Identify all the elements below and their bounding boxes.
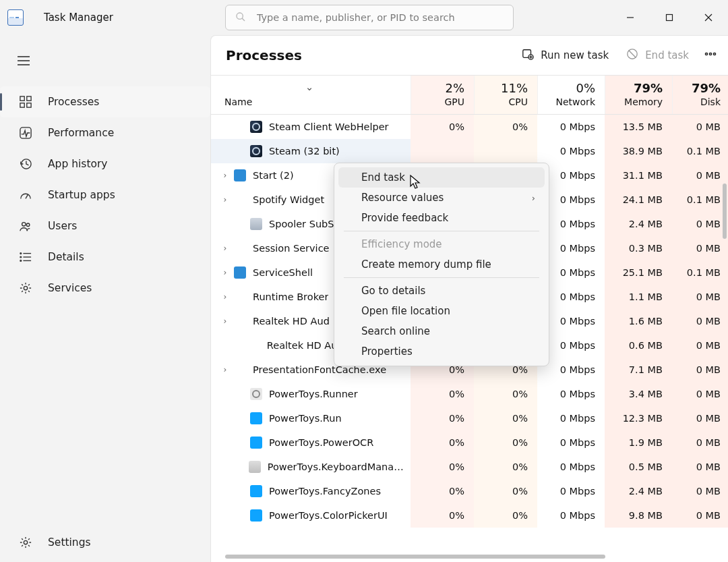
expand-icon[interactable]: › — [216, 292, 234, 302]
cell-mem: 12.3 MB — [605, 406, 672, 430]
nav-processes[interactable]: Processes — [0, 86, 210, 117]
process-name: PowerToys.Runner — [269, 389, 358, 399]
context-item[interactable]: Create memory dump file — [338, 254, 545, 275]
col-disk[interactable]: 79% Disk — [672, 76, 728, 114]
table-row[interactable]: PowerToys.KeyboardManager…0%0%0 Mbps0.5 … — [211, 455, 728, 479]
expand-icon[interactable]: › — [216, 268, 234, 277]
nav-label: Processes — [48, 96, 99, 108]
context-menu: End taskResource values›Provide feedback… — [334, 163, 549, 366]
cell-gpu: 0% — [411, 382, 474, 406]
table-row[interactable]: PowerToys.Runner0%0%0 Mbps3.4 MB0 MB — [211, 382, 728, 406]
cell-mem: 7.1 MB — [605, 358, 672, 382]
svg-rect-11 — [20, 103, 24, 107]
svg-point-22 — [20, 256, 22, 258]
cell-disk: 0 MB — [672, 479, 728, 503]
more-button[interactable] — [700, 43, 721, 67]
cell-gpu: 0% — [411, 479, 474, 503]
cell-name: PowerToys.PowerOCR — [211, 430, 411, 455]
nav-services[interactable]: Services — [0, 273, 210, 304]
svg-point-25 — [24, 540, 27, 544]
context-item[interactable]: Go to details — [338, 281, 545, 301]
nav-settings[interactable]: Settings — [0, 527, 210, 558]
context-item[interactable]: Properties — [338, 341, 545, 362]
nav-startup-apps[interactable]: Startup apps — [0, 179, 210, 210]
gauge-icon — [18, 189, 33, 201]
table-row[interactable]: Steam (32 bit)0 Mbps38.9 MB0.1 MB — [211, 139, 728, 163]
expand-icon[interactable]: › — [216, 171, 234, 180]
svg-point-16 — [22, 223, 26, 226]
table-row[interactable]: PowerToys.Run0%0%0 Mbps12.3 MB0 MB — [211, 406, 728, 430]
process-icon — [250, 485, 262, 497]
process-name: Start (2) — [253, 170, 294, 181]
cell-cpu: 0% — [474, 455, 537, 479]
col-mem-label: Memory — [612, 96, 663, 107]
process-name: ServiceShell — [253, 267, 313, 278]
context-item[interactable]: Open file location — [338, 301, 545, 321]
users-icon — [18, 220, 33, 232]
window-controls — [611, 4, 728, 31]
nav-performance[interactable]: Performance — [0, 117, 210, 148]
table-row[interactable]: PowerToys.ColorPickerUI0%0%0 Mbps9.8 MB0… — [211, 503, 728, 528]
context-separator — [344, 231, 539, 231]
col-mem-pct: 79% — [612, 81, 663, 95]
col-cpu[interactable]: 11% CPU — [474, 76, 537, 114]
nav-details[interactable]: Details — [0, 242, 210, 273]
table-row[interactable]: PowerToys.PowerOCR0%0%0 Mbps1.9 MB0 MB — [211, 430, 728, 455]
svg-point-23 — [20, 260, 22, 262]
col-gpu[interactable]: 2% GPU — [411, 76, 474, 114]
svg-point-21 — [20, 253, 22, 254]
nav-users[interactable]: Users — [0, 210, 210, 242]
table-row[interactable]: Steam Client WebHelper0%0%0 Mbps13.5 MB0… — [211, 115, 728, 139]
expand-icon[interactable]: › — [216, 195, 234, 204]
search-input[interactable] — [255, 11, 504, 24]
table-row[interactable]: PowerToys.FancyZones0%0%0 Mbps2.4 MB0 MB — [211, 479, 728, 503]
process-icon — [234, 291, 246, 303]
process-icon — [250, 437, 262, 449]
minimize-button[interactable] — [611, 4, 650, 31]
context-item-label: Create memory dump file — [361, 258, 491, 271]
nav-label: Settings — [48, 536, 91, 549]
svg-point-24 — [24, 286, 27, 289]
cell-mem: 1.9 MB — [605, 430, 672, 455]
titlebar: Task Manager — [0, 0, 728, 35]
context-item-label: Provide feedback — [361, 212, 448, 224]
col-memory[interactable]: 79% Memory — [605, 76, 672, 114]
context-item[interactable]: Search online — [338, 321, 545, 341]
nav: Processes Performance App history Startu… — [0, 86, 210, 304]
col-net-pct: 0% — [545, 81, 595, 95]
cell-net: 0 Mbps — [537, 406, 605, 430]
nav-app-history[interactable]: App history — [0, 148, 210, 179]
expand-icon[interactable]: › — [216, 365, 234, 374]
end-task-icon — [626, 48, 638, 63]
process-name: Steam Client WebHelper — [269, 121, 389, 132]
cell-disk: 0.1 MB — [672, 139, 728, 163]
end-task-button[interactable]: End task — [619, 44, 696, 67]
nav-toggle-button[interactable] — [10, 47, 37, 74]
app-title: Task Manager — [44, 11, 113, 24]
context-item[interactable]: Provide feedback — [338, 208, 545, 228]
nav-label: Users — [48, 220, 77, 232]
context-item-label: Go to details — [361, 285, 425, 297]
process-icon — [250, 509, 262, 522]
cell-mem: 0.3 MB — [605, 236, 672, 260]
context-item[interactable]: Resource values› — [338, 188, 545, 208]
vertical-scrollbar[interactable] — [723, 184, 727, 239]
process-icon — [250, 412, 262, 424]
col-name[interactable]: ⌄ Name — [211, 76, 411, 114]
context-item-label: End task — [361, 171, 405, 184]
svg-line-1 — [242, 18, 245, 21]
cell-mem: 13.5 MB — [605, 115, 672, 139]
cell-disk: 0 MB — [672, 333, 728, 358]
context-item[interactable]: End task — [338, 167, 545, 188]
expand-icon[interactable]: › — [216, 244, 234, 253]
expand-icon[interactable]: › — [216, 316, 234, 326]
search-box[interactable] — [225, 5, 514, 30]
maximize-button[interactable] — [650, 4, 689, 31]
col-network[interactable]: 0% Network — [537, 76, 605, 114]
run-new-task-button[interactable]: Run new task — [515, 44, 615, 67]
cell-disk: 0 MB — [672, 309, 728, 333]
more-icon — [704, 47, 717, 63]
process-icon — [234, 169, 246, 181]
close-button[interactable] — [689, 4, 728, 31]
horizontal-scrollbar[interactable] — [225, 555, 605, 559]
